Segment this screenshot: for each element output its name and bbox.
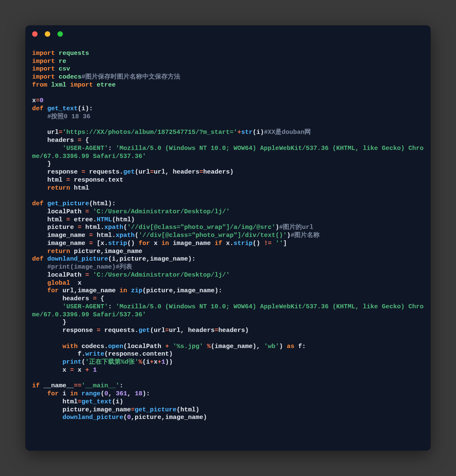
token-var: headers — [188, 327, 214, 334]
minimize-icon[interactable] — [45, 31, 50, 37]
token-pun: ( — [142, 287, 146, 294]
token-str: '//div[@class="photo_wrap"]/a/img/@src' — [127, 224, 275, 231]
token-num: 0 — [127, 414, 131, 421]
token-pun — [32, 240, 47, 247]
token-pun: ( — [123, 414, 127, 421]
token-fn: get_text — [47, 105, 78, 112]
token-pun — [32, 367, 62, 374]
token-pun: , — [161, 414, 165, 421]
token-pun — [66, 82, 70, 89]
token-num: 0 — [104, 390, 108, 397]
token-fn: str — [241, 129, 252, 136]
token-pun — [78, 390, 81, 397]
token-pun — [32, 129, 47, 136]
token-pun: ): — [188, 256, 195, 263]
token-var: response — [74, 177, 104, 184]
token-var: headers — [203, 169, 230, 176]
token-pun: ) — [203, 414, 207, 421]
token-pun: . — [100, 224, 104, 231]
token-cmt: #按照0 18 36 — [47, 113, 90, 120]
code-editor[interactable]: import requestsimport reimport csvimport… — [25, 42, 431, 432]
token-op: + — [150, 359, 154, 366]
close-icon[interactable] — [32, 31, 38, 37]
token-pun — [43, 256, 47, 263]
token-pun: , — [108, 390, 116, 397]
token-var: headers — [47, 137, 74, 144]
token-var: headers — [218, 327, 245, 334]
token-pun: : — [108, 303, 116, 310]
token-pun: ): — [142, 390, 150, 397]
token-pun — [32, 177, 47, 184]
token-op: = — [89, 240, 93, 247]
token-fn: strip — [108, 240, 127, 247]
token-op: = — [66, 177, 70, 184]
token-kw: import — [32, 50, 55, 57]
token-fn: downland_picture — [47, 256, 108, 263]
code-line: import requests — [32, 50, 424, 58]
token-pun: ( — [89, 200, 93, 207]
token-var: picture — [47, 224, 74, 231]
token-pun — [32, 287, 47, 294]
token-kw: return — [47, 248, 70, 255]
token-op: + — [165, 343, 169, 350]
token-pun — [32, 272, 47, 279]
token-kw: import — [32, 73, 55, 81]
token-var: i — [256, 129, 260, 136]
token-pun: . — [135, 327, 138, 334]
token-var: image_name — [93, 406, 131, 413]
token-var: f — [298, 343, 302, 350]
token-op: = — [199, 169, 203, 176]
token-str: 'wb' — [264, 343, 279, 350]
token-var: image_name — [214, 343, 252, 350]
token-fn: get_picture — [47, 200, 89, 207]
token-pun: . — [104, 343, 108, 350]
token-fn: write — [85, 351, 104, 358]
token-name: re — [59, 58, 66, 65]
token-var: response — [62, 327, 93, 334]
token-pun: ( — [135, 232, 138, 239]
token-pun: , — [146, 256, 150, 263]
token-pun: ): — [214, 287, 222, 294]
token-var: image_name — [104, 248, 142, 255]
code-line: for url,image_name in zip(picture,image_… — [32, 287, 424, 295]
token-var: x — [78, 280, 81, 287]
token-pun — [127, 287, 131, 294]
token-op: = — [214, 327, 218, 334]
token-var: x — [154, 359, 157, 366]
token-var: headers — [62, 295, 89, 302]
token-op: = — [78, 398, 81, 405]
token-op: == — [74, 382, 81, 389]
token-pun — [70, 177, 74, 184]
token-var: x — [78, 367, 81, 374]
token-pun — [55, 65, 59, 73]
code-line: response = requests.get(url=url, headers… — [32, 169, 424, 177]
token-pun — [89, 208, 93, 215]
token-pun — [93, 232, 97, 239]
token-kw: in — [70, 390, 78, 397]
token-op: + — [237, 129, 241, 136]
token-var: f — [78, 351, 81, 358]
token-cmt: #print(image_name)#列表 — [47, 264, 132, 271]
token-pun: ( — [252, 129, 256, 136]
token-var: image_name — [47, 232, 85, 239]
token-pun — [32, 280, 47, 287]
token-var: html — [116, 216, 131, 223]
token-var: headers — [173, 169, 199, 176]
token-var: html — [85, 224, 100, 231]
token-pun — [81, 208, 85, 215]
code-line: downland_picture(0,picture,image_name) — [32, 414, 424, 422]
token-pun — [55, 50, 59, 57]
token-var: picture — [62, 406, 89, 413]
token-pun — [32, 208, 47, 215]
zoom-icon[interactable] — [57, 31, 63, 37]
token-str: '%s.jpg' — [173, 343, 203, 350]
token-pun — [32, 137, 47, 144]
token-pun — [85, 240, 89, 247]
token-var: requests — [89, 169, 119, 176]
token-pun — [81, 367, 85, 374]
token-name: etree — [97, 82, 116, 89]
token-pun: ), — [252, 343, 264, 350]
token-pun — [93, 327, 97, 334]
token-var: html — [47, 177, 62, 184]
token-pun — [74, 224, 78, 231]
